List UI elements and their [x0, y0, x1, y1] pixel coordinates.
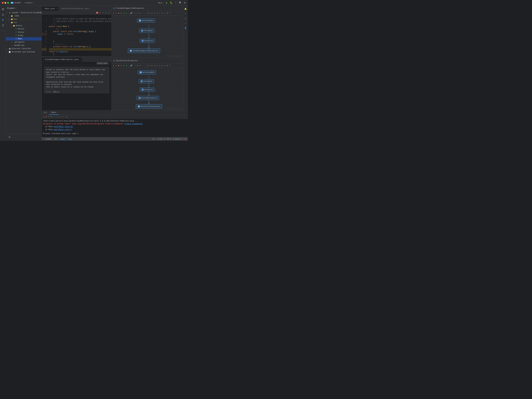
uml-exception-2[interactable]: C Exception: [140, 87, 155, 92]
diag-copy[interactable]: ⧉: [166, 12, 169, 15]
search-everywhere-button[interactable]: 🔍: [179, 1, 182, 4]
more-tool-button[interactable]: ···: [0, 28, 5, 33]
status-power-icon[interactable]: ⚡: [43, 138, 44, 140]
diag2-copy[interactable]: ⧉: [166, 64, 169, 67]
uml-throwable-2[interactable]: C Throwable: [139, 79, 154, 83]
run-button[interactable]: ▶: [165, 1, 168, 4]
status-settings-icon[interactable]: ⚙: [152, 138, 154, 140]
close-button[interactable]: [2, 2, 4, 4]
uml-serializable-2[interactable]: I Serializable: [138, 70, 156, 74]
tree-entity-folder[interactable]: ▾ 📁 entity: [6, 24, 42, 27]
see-also-link1[interactable]: Cloneable,: [56, 93, 66, 93]
more-actions-button[interactable]: ⋮: [174, 1, 177, 4]
tree-out-folder[interactable]: ▸ 📁 out: [6, 18, 42, 21]
diag2-btn-3[interactable]: ●: [118, 64, 120, 67]
tree-gitignore-file[interactable]: ▸ 🔸 .gitignore: [6, 41, 42, 44]
uml-clone-node[interactable]: C CloneNotSupportedException: [128, 49, 160, 53]
diag-grid-icon[interactable]: ⊞: [151, 12, 153, 15]
diag-refresh[interactable]: ↺: [164, 12, 166, 15]
status-encoding[interactable]: LF: [163, 138, 165, 140]
diag-link-icon[interactable]: 🔗: [130, 12, 133, 15]
terminal-tab-close[interactable]: ✕: [57, 111, 58, 113]
settings-right-button[interactable]: ⚙: [184, 21, 188, 25]
terminal-expand-btn[interactable]: ⤢: [63, 115, 65, 118]
bottom-tab-more[interactable]: ⋮: [108, 60, 111, 62]
diag-ratio[interactable]: 1:1: [146, 12, 150, 15]
tab-npe-java[interactable]: ☕ NullPointerException.java ✕: [59, 6, 93, 11]
see-also-link2[interactable]: Object.clone(): [67, 93, 81, 93]
diag2-fit[interactable]: ⊡: [153, 64, 155, 67]
diag2-btn-4[interactable]: ●: [120, 64, 122, 67]
vcs-tool-button[interactable]: [0, 12, 5, 17]
accounts-button[interactable]: 👤: [184, 26, 188, 30]
toolbar-chevron-down[interactable]: ∨: [108, 11, 110, 14]
diag2-zoomin[interactable]: ⊕: [156, 64, 158, 67]
tab-main-close[interactable]: ✕: [56, 8, 57, 10]
terminal-settings-btn[interactable]: ⚙: [66, 115, 68, 118]
diag2-ratio[interactable]: 1:1: [146, 64, 150, 67]
tab-more-button[interactable]: ⋮: [108, 9, 111, 11]
toolbar-expand-icon[interactable]: ⤢: [102, 11, 104, 14]
diag-zoom-in[interactable]: ⊕: [156, 12, 158, 15]
diag2-btn-6[interactable]: ●: [125, 64, 127, 67]
tab-main-java[interactable]: ☕ Main.java ✕: [42, 6, 59, 11]
diagram1-more[interactable]: ⋮: [179, 7, 183, 9]
ai-button[interactable]: ✦: [184, 12, 188, 16]
terminal-more-btn[interactable]: ⋮: [53, 115, 56, 118]
tree-ext-libs[interactable]: ▸ 📚 External Libraries: [6, 47, 42, 50]
tab-clone-close[interactable]: ✕: [80, 59, 81, 61]
diag-fit-icon[interactable]: ⊡: [153, 12, 155, 15]
create-breakpoint-link[interactable]: Create breakpoint: [124, 123, 143, 125]
notifications-button[interactable]: 🔔: [184, 7, 188, 11]
project-selector[interactable]: JS JavaSE ▾: [11, 2, 22, 4]
status-expand-icon[interactable]: ⤢: [182, 138, 183, 140]
diag2-settings2[interactable]: ⚙: [161, 64, 163, 67]
diagram1-content[interactable]: I Serializable C Throwable: [112, 15, 183, 58]
terminal-down-btn[interactable]: ∨: [60, 115, 62, 118]
tree-root-item[interactable]: ▾ ◼ JavaSE ~/Desktop/CS/JavaSE基础/: [6, 11, 42, 14]
terminal-filter-btn[interactable]: ⊟: [50, 115, 52, 118]
terminal-stop-btn[interactable]: ■: [45, 116, 47, 118]
terminal-tab-run[interactable]: Run: [43, 110, 48, 115]
debug-button[interactable]: 🐛: [170, 1, 173, 4]
project-tool-button[interactable]: [0, 7, 5, 12]
collapse-sidebar-button[interactable]: [7, 135, 12, 140]
reader-mode-badge[interactable]: Reader Mode: [97, 62, 108, 64]
code-editor-main[interactable]: 3 4 ◦ 5 6 7 8 9 10 ◦ 11 12 13: [42, 15, 111, 56]
diag-btn-3[interactable]: ●: [118, 12, 120, 15]
diag-help[interactable]: ?: [169, 12, 171, 15]
uml-throwable-1[interactable]: C Throwable: [139, 29, 155, 33]
diag-btn-5[interactable]: ●: [123, 12, 125, 15]
tree-study-class[interactable]: ▸ © Study: [6, 34, 42, 37]
diag2-link[interactable]: 🔗: [130, 64, 133, 67]
diag2-help[interactable]: ?: [169, 64, 171, 67]
status-charset[interactable]: UTF-8: [166, 138, 171, 140]
uml-npe-node[interactable]: C NullPointerException: [136, 104, 162, 109]
diag2-arrow[interactable]: →: [142, 64, 144, 67]
diag2-refresh[interactable]: ↺: [164, 64, 166, 67]
diag-filter-icon[interactable]: ⊟: [137, 12, 139, 15]
status-error-indicator[interactable]: 🚫: [184, 138, 187, 140]
maximize-button[interactable]: [7, 2, 9, 4]
status-main-class[interactable]: Main: [61, 138, 65, 140]
minimize-button[interactable]: [5, 2, 6, 4]
tab-npe-close[interactable]: ✕: [90, 8, 91, 10]
tree-idea-folder[interactable]: ▸ 📁 .idea: [6, 14, 42, 18]
tree-scratches[interactable]: ▸ 📝 Scratches and Consoles: [6, 50, 42, 54]
diagram-button[interactable]: ⬡: [184, 16, 188, 21]
uml-exception-1[interactable]: C Exception: [140, 39, 155, 43]
diagram2-tab[interactable]: NullPointerException ✕: [112, 58, 141, 63]
diag2-btn-1[interactable]: ●: [113, 64, 114, 67]
terminal-clear-btn[interactable]: ⊘: [48, 115, 50, 118]
tree-person-class[interactable]: ▸ © Person: [6, 27, 42, 31]
diag-expand-icon[interactable]: ⤢: [133, 12, 136, 15]
tree-iml-file[interactable]: ▸ ▪ JavaSE.iml: [6, 44, 42, 47]
diag-btn-2[interactable]: ●: [115, 12, 117, 15]
diagram2-more[interactable]: ⋮: [179, 60, 183, 62]
diag2-zoomout[interactable]: ⊖: [158, 64, 160, 67]
uml-serializable-1[interactable]: I Serializable: [137, 18, 155, 23]
diag-btn-6[interactable]: ●: [125, 12, 127, 15]
diag2-settings[interactable]: ⚙: [139, 64, 141, 67]
diag-settings2[interactable]: ⚙: [161, 12, 163, 15]
terminal-up-btn[interactable]: ∧: [57, 115, 59, 118]
